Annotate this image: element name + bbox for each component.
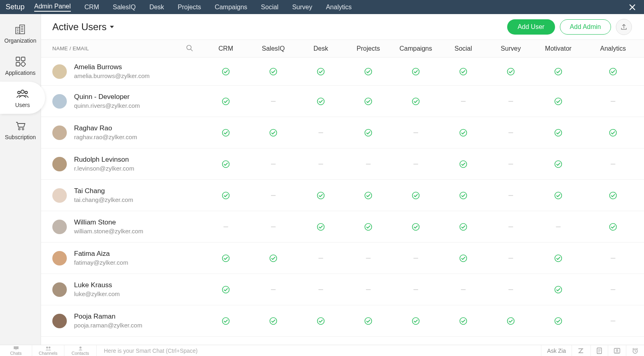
search-button[interactable] xyxy=(186,44,193,53)
access-cell-crm[interactable] xyxy=(202,129,250,137)
sidebar-item-applications[interactable]: Applications xyxy=(0,49,41,82)
column-header-desk[interactable]: Desk xyxy=(297,45,345,52)
top-tab-desk[interactable]: Desk xyxy=(149,4,164,11)
access-cell-desk[interactable] xyxy=(297,223,345,231)
access-cell-social[interactable] xyxy=(440,101,487,102)
access-cell-salesiq[interactable] xyxy=(250,68,297,76)
access-cell-campaigns[interactable] xyxy=(392,258,440,259)
access-cell-campaigns[interactable] xyxy=(392,289,440,290)
access-cell-social[interactable] xyxy=(440,223,487,231)
access-cell-desk[interactable] xyxy=(297,258,345,259)
column-header-projects[interactable]: Projects xyxy=(345,45,392,52)
access-cell-crm[interactable] xyxy=(202,191,250,200)
access-cell-campaigns[interactable] xyxy=(392,191,440,200)
access-cell-projects[interactable] xyxy=(345,191,392,200)
access-cell-projects[interactable] xyxy=(345,317,392,325)
top-tab-social[interactable]: Social xyxy=(261,4,279,11)
access-cell-social[interactable] xyxy=(440,191,487,200)
access-cell-salesiq[interactable] xyxy=(250,226,297,227)
user-row[interactable]: Rudolph Levinsonr.levinson@zylker.com xyxy=(41,148,644,180)
top-tab-analytics[interactable]: Analytics xyxy=(326,4,352,11)
access-cell-social[interactable] xyxy=(440,129,487,137)
access-cell-projects[interactable] xyxy=(345,164,392,165)
access-cell-campaigns[interactable] xyxy=(392,317,440,325)
page-title-dropdown[interactable]: Active Users xyxy=(52,21,114,33)
access-cell-projects[interactable] xyxy=(345,68,392,76)
access-cell-desk[interactable] xyxy=(297,289,345,290)
access-cell-projects[interactable] xyxy=(345,97,392,105)
access-cell-desk[interactable] xyxy=(297,317,345,325)
access-cell-analytics[interactable] xyxy=(582,164,644,165)
top-tab-crm[interactable]: CRM xyxy=(85,4,99,11)
user-row[interactable]: Quinn - Developerquinn.rivers@zylker.com xyxy=(41,86,644,117)
user-row[interactable]: William Stonewilliam.stone@zylker.com xyxy=(41,211,644,243)
access-cell-salesiq[interactable] xyxy=(250,129,297,137)
access-cell-analytics[interactable] xyxy=(582,68,644,76)
access-cell-analytics[interactable] xyxy=(582,191,644,200)
access-cell-crm[interactable] xyxy=(202,160,250,168)
access-cell-salesiq[interactable] xyxy=(250,254,297,262)
add-admin-button[interactable]: Add Admin xyxy=(560,19,611,35)
access-cell-survey[interactable] xyxy=(487,68,535,76)
footer-tool-2[interactable] xyxy=(590,345,608,356)
access-cell-survey[interactable] xyxy=(487,317,535,325)
access-cell-salesiq[interactable] xyxy=(250,289,297,290)
user-row[interactable]: Pooja Ramanpooja.raman@zylker.com xyxy=(41,305,644,337)
add-user-button[interactable]: Add User xyxy=(507,19,555,35)
column-header-crm[interactable]: CRM xyxy=(202,45,250,52)
access-cell-crm[interactable] xyxy=(202,286,250,294)
top-tab-projects[interactable]: Projects xyxy=(178,4,201,11)
access-cell-motivator[interactable] xyxy=(535,129,582,137)
access-cell-campaigns[interactable] xyxy=(392,68,440,76)
column-header-salesiq[interactable]: SalesIQ xyxy=(250,45,297,52)
access-cell-analytics[interactable] xyxy=(582,321,644,321)
column-header-analytics[interactable]: Analytics xyxy=(582,45,644,52)
access-cell-campaigns[interactable] xyxy=(392,164,440,165)
close-button[interactable] xyxy=(621,4,644,11)
sidebar-item-subscription[interactable]: Subscription xyxy=(0,114,41,146)
access-cell-survey[interactable] xyxy=(487,164,535,165)
access-cell-survey[interactable] xyxy=(487,226,535,227)
top-tab-survey[interactable]: Survey xyxy=(292,4,312,11)
column-header-motivator[interactable]: Motivator xyxy=(535,45,582,52)
access-cell-salesiq[interactable] xyxy=(250,317,297,325)
access-cell-survey[interactable] xyxy=(487,195,535,196)
access-cell-motivator[interactable] xyxy=(535,286,582,294)
access-cell-motivator[interactable] xyxy=(535,317,582,325)
access-cell-desk[interactable] xyxy=(297,68,345,76)
footer-tool-4[interactable] xyxy=(626,345,644,356)
access-cell-social[interactable] xyxy=(440,68,487,76)
access-cell-analytics[interactable] xyxy=(582,258,644,259)
user-row[interactable]: Amelia Burrowsamelia.burrows@zylker.com xyxy=(41,58,644,86)
access-cell-crm[interactable] xyxy=(202,68,250,76)
user-row[interactable]: Luke Kraussluke@zylker.com xyxy=(41,274,644,305)
access-cell-crm[interactable] xyxy=(202,97,250,105)
footer-tab-contacts[interactable]: Contacts xyxy=(64,345,97,356)
access-cell-social[interactable] xyxy=(440,254,487,262)
access-cell-survey[interactable] xyxy=(487,101,535,102)
user-row[interactable]: Tai Changtai.chang@zylker.com xyxy=(41,180,644,211)
access-cell-survey[interactable] xyxy=(487,258,535,259)
access-cell-social[interactable] xyxy=(440,317,487,325)
access-cell-salesiq[interactable] xyxy=(250,101,297,102)
sidebar-item-organization[interactable]: Organization xyxy=(0,17,41,49)
access-cell-analytics[interactable] xyxy=(582,289,644,290)
sidebar-item-users[interactable]: Users xyxy=(0,82,45,114)
access-cell-desk[interactable] xyxy=(297,164,345,165)
access-cell-crm[interactable] xyxy=(202,254,250,262)
access-cell-desk[interactable] xyxy=(297,191,345,200)
top-tab-campaigns[interactable]: Campaigns xyxy=(215,4,247,11)
access-cell-projects[interactable] xyxy=(345,289,392,290)
access-cell-projects[interactable] xyxy=(345,258,392,259)
access-cell-analytics[interactable] xyxy=(582,129,644,137)
access-cell-motivator[interactable] xyxy=(535,97,582,105)
user-row[interactable]: Fatima Aizafatimay@zylker.com xyxy=(41,243,644,274)
access-cell-social[interactable] xyxy=(440,289,487,290)
access-cell-salesiq[interactable] xyxy=(250,164,297,165)
ask-zia-button[interactable]: Ask Zia xyxy=(541,345,572,356)
column-header-campaigns[interactable]: Campaigns xyxy=(392,45,440,52)
access-cell-motivator[interactable] xyxy=(535,160,582,168)
smart-chat-input[interactable]: Here is your Smart Chat (Ctrl+Space) xyxy=(97,348,541,354)
access-cell-campaigns[interactable] xyxy=(392,132,440,133)
access-cell-survey[interactable] xyxy=(487,289,535,290)
